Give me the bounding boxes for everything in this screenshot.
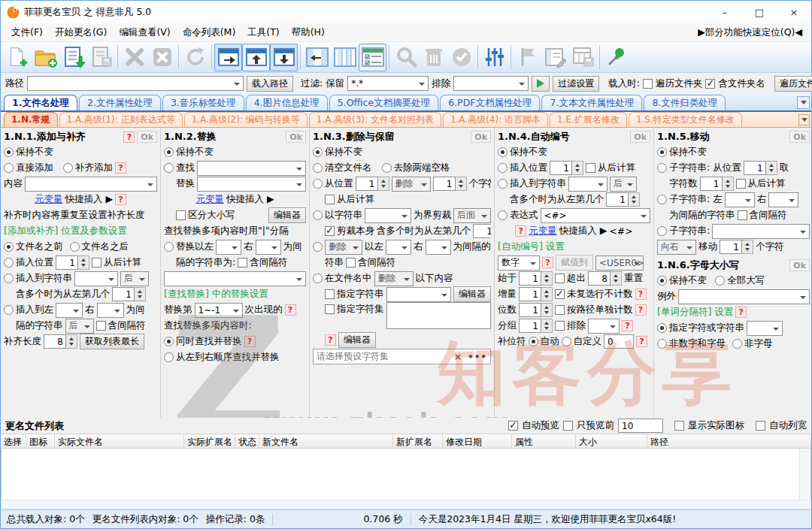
keep-radio[interactable] [657,276,667,286]
sub-tab-overflow-icon[interactable] [798,114,810,125]
apply-check-icon[interactable] [447,44,475,71]
non-alnum-radio[interactable] [657,339,667,349]
panel-down-icon[interactable] [270,44,298,71]
add-folder-icon[interactable] [32,44,59,71]
help-icon[interactable]: ? [115,162,126,174]
include-folder-checkbox[interactable] [705,79,715,89]
editor-button[interactable]: 编辑器 [268,207,306,223]
multi-index-stepper[interactable]: 1 [473,224,491,238]
right-sep-combo[interactable] [768,192,798,207]
right-sep-combo[interactable] [97,303,124,318]
show-icons-checkbox[interactable] [674,421,684,431]
with-sep-checkbox[interactable] [346,258,356,268]
trash-icon[interactable] [420,44,447,71]
panel3-ok-button[interactable]: Ok [471,131,491,143]
meta-var-link[interactable]: 元变量 [35,193,63,206]
horizontal-scrollbar[interactable] [1,500,811,509]
filter-keep-combo[interactable]: *.* [347,76,429,91]
start-stepper[interactable]: 1 [519,271,553,286]
replace-between-radio[interactable] [164,242,174,252]
overflow-checkbox[interactable] [555,274,565,283]
subtab-script[interactable]: 1.A.高级(4): 语言脚本 [443,112,548,127]
subtab-extension[interactable]: 1.E.扩展名修改 [550,112,627,127]
clear-preset-icon[interactable]: × [454,352,462,362]
custom-pad-input[interactable]: 0 [604,334,634,349]
path-combo[interactable] [27,76,244,91]
help-icon[interactable]: ? [542,257,553,268]
panel1-ok-button[interactable]: Ok [137,131,157,143]
help-icon[interactable]: ? [636,336,647,347]
flag-icon[interactable] [514,44,541,71]
pad-length-stepper[interactable]: 8 [44,334,77,349]
tab-pdf-attr[interactable]: 6.PDF文档属性处理 [440,95,540,110]
skip-unchecked-checkbox[interactable] [555,289,565,299]
edit-list-icon[interactable] [541,44,569,71]
maximize-button[interactable]: □ [742,1,777,23]
table-save-icon[interactable] [569,44,597,71]
move-stepper[interactable]: 1 [720,240,753,254]
filter-settings-button[interactable]: 过滤设置 [553,76,599,92]
spec-separator-radio[interactable] [657,323,667,333]
pin-icon[interactable] [602,44,630,71]
panel-right-icon[interactable] [214,44,242,71]
save-list-icon[interactable] [87,44,115,71]
help-icon[interactable]: ? [622,320,633,331]
quick-insert-label[interactable]: 快捷插入 ▶ [226,193,274,206]
auto-width-checkbox[interactable] [756,421,765,431]
insert-side-combo[interactable]: 后 [610,177,637,192]
simultaneous-radio[interactable] [164,337,174,346]
insert-between-radio[interactable] [4,305,14,315]
more-presets-icon[interactable]: ••• [468,352,487,362]
custom-pad-radio[interactable] [562,337,571,346]
with-sep-checkbox[interactable] [238,258,247,268]
boundary-combo[interactable] [365,208,411,223]
right-sep-combo[interactable] [426,240,451,255]
overflow-stepper[interactable]: 8 [588,271,622,286]
keep-radio[interactable] [164,147,174,157]
menu-help[interactable]: 帮助(H) [286,25,331,41]
col-actual-ext[interactable]: 实际扩展名 [184,434,235,448]
main-tab-overflow-icon[interactable] [797,96,810,109]
keep-radio[interactable] [4,147,14,157]
load-list-icon[interactable] [59,44,87,71]
assign-to-button[interactable]: 赋值到 [556,255,593,271]
add-files-icon[interactable] [4,44,32,71]
non-alpha-radio[interactable] [732,339,742,349]
auto-pad-radio[interactable] [529,337,538,346]
menu-command-list[interactable]: 命令列表(M) [177,25,242,41]
help-icon[interactable]: ? [635,289,647,300]
with-sep-checkbox[interactable] [738,210,747,220]
col-modified-date[interactable]: 修改日期 [443,434,512,448]
by-string-radio[interactable] [313,210,323,220]
preview-first-checkbox[interactable] [563,421,573,431]
replace-combo[interactable] [197,177,306,192]
substr-between-radio[interactable] [657,195,667,204]
pad-add-radio[interactable] [63,163,73,173]
col-new-ext[interactable]: 新扩展名 [393,434,443,448]
apply-filter-icon[interactable] [532,76,550,92]
insert-pos-stepper[interactable]: 1 [550,161,583,175]
tab-classify[interactable]: 8.文件归类处理 [644,95,726,110]
clear-list-icon[interactable] [148,44,176,71]
subtab-regex[interactable]: 1.A.高级(1): 正则表达式等 [59,112,183,127]
exclude-checkbox[interactable] [555,321,565,331]
quick-insert-label[interactable]: 快捷插入 ▶ [559,225,607,237]
from-end-checkbox[interactable] [736,179,746,189]
help-icon[interactable]: ? [244,336,256,347]
traverse-list-button[interactable]: 遍历文件列表 [774,76,812,92]
filter-exclude-combo[interactable] [453,76,529,91]
substr-combo[interactable] [712,224,810,239]
left-sep-combo[interactable] [216,240,241,255]
expression-combo[interactable]: <#> [541,208,651,223]
increment-stepper[interactable]: 1 [519,287,553,301]
move-direction-combo[interactable]: 向右 [657,240,696,255]
cut-side-combo[interactable]: 后面 [453,208,491,223]
meta-var-link[interactable]: 元变量 [195,193,224,206]
col-path[interactable]: 路径 [647,434,811,448]
subtab-encoding[interactable]: 1.A.高级(2): 编码与转换等 [184,112,308,127]
case-sensitive-checkbox[interactable] [176,210,186,220]
tab-file-attr[interactable]: 2.文件属性处理 [79,95,161,110]
close-button[interactable]: × [777,1,811,23]
count-stepper[interactable]: 1 [433,177,467,191]
keep-radio[interactable] [657,147,667,157]
